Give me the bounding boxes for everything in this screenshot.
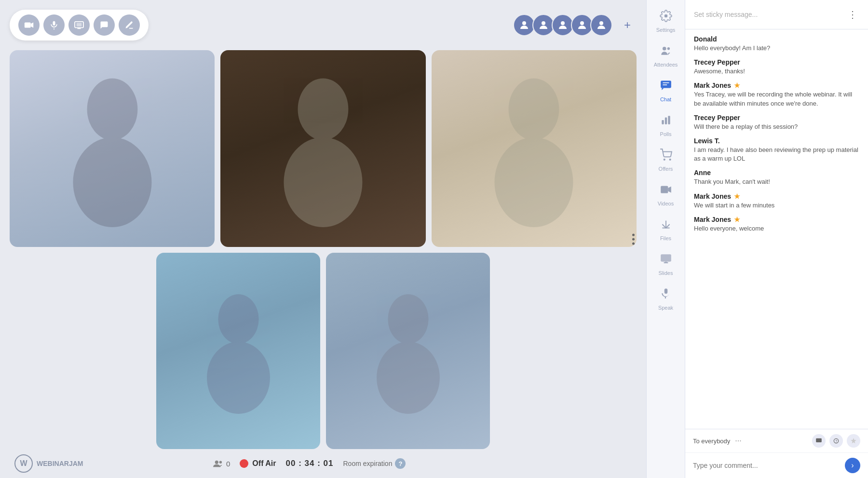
message-text-1: Hello everybody! Am I late? xyxy=(694,44,859,53)
chat-action-2[interactable]: ? xyxy=(829,434,843,448)
chat-action-3[interactable] xyxy=(847,434,860,448)
status-controls: 0 Off Air 00 : 34 : 01 Room expiration ? xyxy=(213,458,406,469)
attendees-number: 0 xyxy=(226,460,230,468)
pencil-btn[interactable] xyxy=(119,14,140,36)
svg-marker-31 xyxy=(662,88,664,90)
video-cell-3 xyxy=(432,50,637,247)
webinarjam-logo: W WEBINARJAM xyxy=(14,454,83,473)
svg-rect-41 xyxy=(661,254,671,261)
attendees-nav-icon xyxy=(660,44,672,60)
svg-point-18 xyxy=(495,137,573,227)
attendee-avatars-container: + xyxy=(513,14,637,36)
message-author-2: Trecey Pepper xyxy=(694,58,859,66)
chat-input[interactable] xyxy=(693,462,841,469)
star-icon-7: ★ xyxy=(734,192,740,200)
chat-message-2: Trecey Pepper Awesome, thanks! xyxy=(694,58,859,76)
toolbar-controls xyxy=(10,10,149,41)
videos-icon xyxy=(660,183,672,199)
svg-point-10 xyxy=(561,21,565,25)
toolbar: + xyxy=(10,10,637,41)
video-cell-2 xyxy=(220,50,425,247)
add-attendee-button[interactable]: + xyxy=(618,16,637,34)
message-author-4: Trecey Pepper xyxy=(694,114,859,122)
sidebar-item-attendees[interactable]: Attendees xyxy=(649,40,683,72)
sidebar-nav: Settings Attendees xyxy=(647,0,685,478)
sidebar-item-speak[interactable]: Speak xyxy=(649,283,683,315)
sidebar-item-slides[interactable]: Slides xyxy=(649,248,683,281)
svg-rect-28 xyxy=(661,81,671,88)
star-icon-8: ★ xyxy=(734,216,740,223)
sidebar-item-offers[interactable]: Offers xyxy=(649,144,683,177)
off-air-indicator xyxy=(240,459,248,468)
recipient-label: To everybody xyxy=(693,437,730,445)
chat-panel: Set sticky message... ⋮ Donald Hello eve… xyxy=(685,0,868,478)
more-options-button[interactable] xyxy=(630,230,637,248)
sidebar-item-polls[interactable]: Polls xyxy=(649,109,683,142)
message-author-3: Mark Jones ★ xyxy=(694,82,859,89)
svg-point-26 xyxy=(662,47,666,51)
svg-point-27 xyxy=(667,47,669,50)
chat-send-button[interactable]: › xyxy=(845,458,860,473)
slides-label: Slides xyxy=(659,270,673,276)
svg-point-15 xyxy=(298,78,349,140)
message-text-2: Awesome, thanks! xyxy=(694,67,859,76)
chat-action-1[interactable] xyxy=(812,434,826,448)
participant-silhouette-4 xyxy=(193,272,284,429)
files-label: Files xyxy=(660,235,671,241)
chat-messages: Donald Hello everybody! Am I late? Trece… xyxy=(685,29,868,429)
chat-more-menu[interactable]: ⋮ xyxy=(846,7,859,22)
speak-icon xyxy=(660,287,672,303)
svg-point-22 xyxy=(377,342,440,414)
svg-point-9 xyxy=(542,21,545,25)
polls-icon xyxy=(660,114,672,129)
room-expiration-label: Room expiration xyxy=(343,460,393,467)
video-cell-1 xyxy=(10,50,215,247)
video-row-bottom xyxy=(10,253,637,450)
svg-point-8 xyxy=(522,21,526,25)
settings-label: Settings xyxy=(656,27,676,33)
more-dot xyxy=(632,233,635,236)
video-btn[interactable] xyxy=(18,14,40,36)
svg-point-16 xyxy=(284,137,362,227)
mic-btn[interactable] xyxy=(43,14,65,36)
sticky-message-input[interactable]: Set sticky message... xyxy=(694,11,846,18)
attendees-icon xyxy=(213,459,223,468)
participant-silhouette-2 xyxy=(267,70,380,227)
off-air-button[interactable]: Off Air xyxy=(240,459,276,468)
more-dot xyxy=(632,242,635,245)
message-text-6: Thank you Mark, can't wait! xyxy=(694,178,859,186)
svg-point-24 xyxy=(219,461,222,464)
screen-share-btn[interactable] xyxy=(68,14,90,36)
chat-message-5: Lewis T. I am ready. I have also been re… xyxy=(694,137,859,163)
chat-nav-icon xyxy=(660,79,672,95)
sidebar-item-chat[interactable]: Chat xyxy=(649,74,683,107)
message-author-5: Lewis T. xyxy=(694,137,859,145)
logo-area: W WEBINARJAM xyxy=(14,454,83,473)
files-icon xyxy=(660,218,672,233)
svg-point-36 xyxy=(669,159,670,160)
svg-rect-45 xyxy=(816,438,822,442)
message-text-7: We will start in a few minutes xyxy=(694,201,859,210)
chat-header: Set sticky message... ⋮ xyxy=(685,0,868,29)
svg-point-13 xyxy=(87,78,137,140)
offers-icon xyxy=(660,149,672,164)
bottom-bar: W WEBINARJAM 0 Off Air xyxy=(0,449,646,478)
message-text-3: Yes Tracey, we will be recording the who… xyxy=(694,90,859,108)
chat-footer: To everybody ··· ? xyxy=(685,429,868,478)
svg-rect-2 xyxy=(53,21,55,26)
video-grid xyxy=(10,50,637,449)
chat-message-6: Anne Thank you Mark, can't wait! xyxy=(694,169,859,186)
sidebar-item-videos[interactable]: Videos xyxy=(649,178,683,211)
sidebar-item-files[interactable]: Files xyxy=(649,213,683,246)
video-row-top xyxy=(10,50,637,247)
message-text-8: Hello everyone, welcome xyxy=(694,224,859,233)
svg-marker-48 xyxy=(851,438,856,443)
video-cell-5 xyxy=(326,253,490,450)
chat-message-4: Trecey Pepper Will there be a replay of … xyxy=(694,114,859,131)
sidebar-item-settings[interactable]: Settings xyxy=(649,5,683,38)
recipient-more-btn[interactable]: ··· xyxy=(735,437,741,445)
session-timer: 00 : 34 : 01 xyxy=(286,459,334,468)
help-button[interactable]: ? xyxy=(395,458,406,469)
chat-bubble-btn[interactable] xyxy=(94,14,115,36)
svg-point-12 xyxy=(599,21,603,25)
